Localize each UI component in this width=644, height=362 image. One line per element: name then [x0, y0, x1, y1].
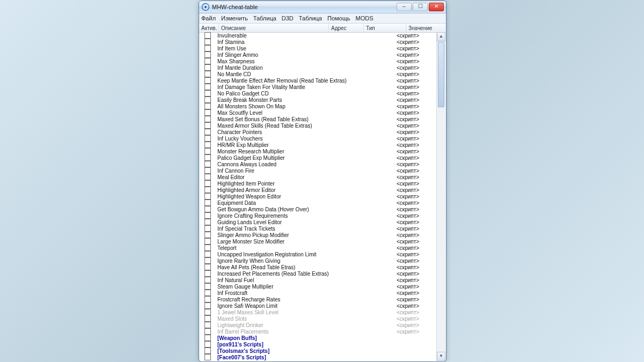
checkbox-icon[interactable] — [204, 264, 211, 270]
active-checkbox[interactable] — [199, 109, 216, 116]
checkbox-icon[interactable] — [204, 71, 211, 77]
checkbox-icon[interactable] — [204, 90, 211, 97]
checkbox-icon[interactable] — [204, 341, 211, 348]
checkbox-icon[interactable] — [204, 302, 211, 309]
table-row[interactable]: All Monsters Shown On Map<скрипт> — [199, 103, 446, 109]
active-checkbox[interactable] — [199, 270, 216, 277]
active-checkbox[interactable] — [199, 77, 216, 84]
checkbox-icon[interactable] — [204, 290, 211, 296]
active-checkbox[interactable] — [199, 103, 216, 109]
active-checkbox[interactable] — [199, 245, 216, 251]
table-row[interactable]: Inf Natural Fuel<скрипт> — [199, 277, 446, 283]
table-row[interactable]: Inf Special Track Tickets<скрипт> — [199, 225, 446, 232]
table-row[interactable]: Inf Mantle Duration<скрипт> — [199, 64, 446, 71]
table-row[interactable]: Cannons Always Loaded<скрипт> — [199, 161, 446, 167]
table-row[interactable]: Maxed Set Bonus (Read Table Extras)<скри… — [199, 116, 446, 122]
active-checkbox[interactable] — [199, 180, 216, 187]
minimize-button[interactable]: – — [397, 3, 412, 11]
checkbox-icon[interactable] — [204, 51, 211, 58]
scroll-down-button[interactable]: ▼ — [437, 352, 445, 361]
scroll-up-button[interactable]: ▲ — [437, 32, 445, 41]
table-row[interactable]: Invulnerable<скрипт> — [199, 32, 446, 39]
scrollbar[interactable]: ▲ ▼ — [436, 32, 445, 361]
table-row[interactable]: Uncapped Investigation Registration Limi… — [199, 251, 446, 257]
active-checkbox[interactable] — [199, 328, 216, 335]
checkbox-icon[interactable] — [204, 45, 211, 51]
table-row[interactable]: Inf Stamina<скрипт> — [199, 39, 446, 45]
active-checkbox[interactable] — [199, 187, 216, 193]
active-checkbox[interactable] — [199, 225, 216, 232]
active-checkbox[interactable] — [199, 193, 216, 200]
table-row[interactable]: Ignore Crafting Requirements<скрипт> — [199, 212, 446, 219]
titlebar[interactable]: MHW-cheat-table – ☐ ✕ — [199, 1, 446, 13]
checkbox-icon[interactable] — [204, 77, 211, 84]
col-description[interactable]: Описание — [219, 24, 329, 32]
active-checkbox[interactable] — [199, 161, 216, 167]
table-row[interactable]: Inf Frostcraft<скрипт> — [199, 290, 446, 296]
table-row[interactable]: Teleport<скрипт> — [199, 245, 446, 251]
table-row[interactable]: No Mantle CD<скрипт> — [199, 71, 446, 77]
active-checkbox[interactable] — [199, 71, 216, 77]
active-checkbox[interactable] — [199, 315, 216, 322]
checkbox-icon[interactable] — [204, 328, 211, 335]
scroll-thumb[interactable] — [438, 42, 444, 107]
table-row[interactable]: Inf Barrel Placements<скрипт> — [199, 328, 446, 335]
checkbox-icon[interactable] — [204, 122, 211, 129]
active-checkbox[interactable] — [199, 232, 216, 238]
active-checkbox[interactable] — [199, 283, 216, 290]
table-row[interactable]: Maxed Armor Skills (Read Table Extras)<с… — [199, 122, 446, 129]
active-checkbox[interactable] — [199, 341, 216, 348]
table-row[interactable]: [Weapon Buffs] — [199, 335, 446, 341]
table-row[interactable]: Large Monster Size Modifier<скрипт> — [199, 238, 446, 245]
table-row[interactable]: Monster Research Multiplier<скрипт> — [199, 148, 446, 154]
checkbox-icon[interactable] — [204, 277, 211, 283]
checkbox-icon[interactable] — [204, 135, 211, 142]
checkbox-icon[interactable] — [204, 335, 211, 341]
checkbox-icon[interactable] — [204, 187, 211, 193]
active-checkbox[interactable] — [199, 219, 216, 225]
checkbox-icon[interactable] — [204, 103, 211, 109]
checkbox-icon[interactable] — [204, 129, 211, 135]
checkbox-icon[interactable] — [204, 354, 211, 360]
active-checkbox[interactable] — [199, 148, 216, 154]
checkbox-icon[interactable] — [204, 219, 211, 225]
checkbox-icon[interactable] — [204, 167, 211, 174]
checkbox-icon[interactable] — [204, 257, 211, 264]
checkbox-icon[interactable] — [204, 270, 211, 277]
table-row[interactable]: Ignore Rarity When Giving<скрипт> — [199, 257, 446, 264]
table-row[interactable]: Palico Gadget Exp Multiplier<скрипт> — [199, 154, 446, 161]
checkbox-icon[interactable] — [204, 348, 211, 354]
col-active[interactable]: Актив. — [199, 24, 219, 32]
menu-mods[interactable]: MODS — [355, 15, 373, 21]
table-row[interactable]: Max Scoutfly Level<скрипт> — [199, 109, 446, 116]
menu-help[interactable]: Помощь — [327, 15, 350, 21]
checkbox-icon[interactable] — [204, 161, 211, 167]
checkbox-icon[interactable] — [204, 232, 211, 238]
table-row[interactable]: Frostcraft Recharge Rates<скрипт> — [199, 296, 446, 302]
table-row[interactable]: No Palico Gadget CD<скрипт> — [199, 90, 446, 97]
active-checkbox[interactable] — [199, 32, 216, 39]
table-row[interactable]: Get Bowgun Ammo Data (Hover Over)<скрипт… — [199, 206, 446, 212]
active-checkbox[interactable] — [199, 64, 216, 71]
checkbox-icon[interactable] — [204, 225, 211, 232]
table-row[interactable]: Increased Pet Placements (Read Table Ext… — [199, 270, 446, 277]
checkbox-icon[interactable] — [204, 174, 211, 180]
checkbox-icon[interactable] — [204, 251, 211, 257]
table-row[interactable]: Easily Break Monster Parts<скрипт> — [199, 97, 446, 103]
active-checkbox[interactable] — [199, 206, 216, 212]
checkbox-icon[interactable] — [204, 212, 211, 219]
checkbox-icon[interactable] — [204, 322, 211, 328]
menu-file[interactable]: Файл — [201, 15, 216, 21]
table-row[interactable]: Max Sharpness<скрипт> — [199, 58, 446, 64]
active-checkbox[interactable] — [199, 97, 216, 103]
checkbox-icon[interactable] — [204, 238, 211, 245]
col-address[interactable]: Адрес — [329, 24, 364, 32]
active-checkbox[interactable] — [199, 302, 216, 309]
active-checkbox[interactable] — [199, 296, 216, 302]
active-checkbox[interactable] — [199, 167, 216, 174]
checkbox-icon[interactable] — [204, 109, 211, 116]
active-checkbox[interactable] — [199, 277, 216, 283]
table-row[interactable]: Inf Damage Taken For Vitality Mantle<скр… — [199, 84, 446, 90]
table-row[interactable]: Meal Editor<скрипт> — [199, 174, 446, 180]
table-row[interactable]: Ignore Safi Weapon Limit<скрипт> — [199, 302, 446, 309]
